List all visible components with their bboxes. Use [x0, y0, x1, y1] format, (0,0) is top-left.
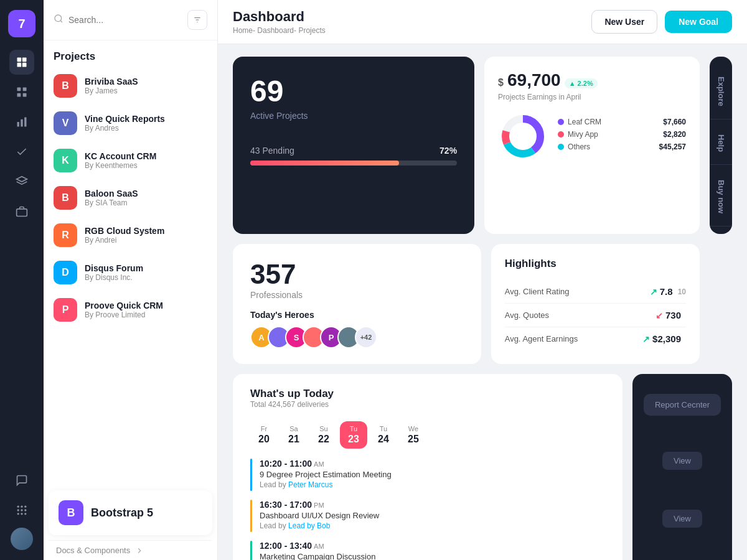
- right-tab[interactable]: Buy now: [710, 167, 732, 226]
- highlight-value: ↗ $2,309: [642, 334, 686, 344]
- event-time-2: 12:00 - 13:40AM: [260, 541, 605, 551]
- calendar-day-23[interactable]: Tu23: [340, 421, 367, 449]
- project-icon-vine: V: [54, 111, 77, 135]
- svg-point-16: [17, 509, 19, 511]
- legend-item: Mivy App $2,820: [558, 130, 686, 139]
- legend-name: Mivy App: [558, 130, 663, 139]
- heroes-title: Today's Heroes: [250, 310, 464, 320]
- project-info-disqus: Disqus Forum By Disqus Inc.: [85, 263, 143, 282]
- grid-icon[interactable]: [9, 80, 34, 105]
- event-item-2: 12:00 - 13:40AM Marketing Campaign Discu…: [250, 541, 605, 560]
- layers-icon[interactable]: [9, 169, 34, 194]
- highlights-title: Highlights: [505, 258, 686, 270]
- legend-value: $2,820: [663, 130, 686, 139]
- svg-point-19: [17, 513, 19, 515]
- dashboard-icon[interactable]: [9, 50, 34, 75]
- project-info-briviba: Briviba SaaS By James: [85, 77, 138, 95]
- user-avatar[interactable]: 7: [8, 10, 35, 37]
- events-list: 10:20 - 11:00AM 9 Degree Project Estimat…: [250, 459, 605, 560]
- calendar-day-20[interactable]: Fr20: [250, 421, 278, 449]
- event-item-1: 16:30 - 17:00PM Dashboard UI/UX Design R…: [250, 500, 605, 532]
- bootstrap-card: B Bootstrap 5: [49, 490, 212, 535]
- right-tabs-panel: ExploreHelpBuy now: [710, 57, 732, 234]
- active-projects-bottom: 43 Pending 72%: [250, 146, 457, 166]
- right-spacer: [710, 244, 732, 364]
- sidebar: Projects B Briviba SaaS By James V Vine …: [44, 0, 218, 560]
- calendar-day-22[interactable]: Su22: [310, 421, 337, 449]
- event-lead-link-1[interactable]: Lead by Bob: [288, 521, 330, 530]
- highlight-value: ↗ 7.810: [650, 286, 686, 297]
- project-item-vine[interactable]: V Vine Quick Reports By Andres: [49, 105, 212, 141]
- apps-icon[interactable]: [9, 498, 34, 523]
- calendar-day-21[interactable]: Sa21: [280, 421, 308, 449]
- today-subtitle: Total 424,567 deliveries: [250, 400, 334, 409]
- earnings-badge: ▲ 2.2%: [565, 78, 598, 88]
- event-time-1: 16:30 - 17:00PM: [260, 500, 605, 510]
- icon-bar: 7: [0, 0, 44, 560]
- chevron-right-icon: [135, 546, 144, 555]
- earnings-chart-row: Leaf CRM $7,660 Mivy App $2,820 Others $…: [498, 111, 686, 161]
- project-icon-baloon: B: [54, 186, 77, 210]
- event-line-2: [250, 541, 252, 560]
- earnings-label: Projects Earnings in April: [498, 93, 686, 101]
- event-content-1: 16:30 - 17:00PM Dashboard UI/UX Design R…: [260, 500, 605, 532]
- filter-button[interactable]: [187, 10, 207, 30]
- active-projects-number: 69: [250, 74, 457, 108]
- event-ampm-1: PM: [314, 502, 324, 509]
- docs-label: Docs & Components: [56, 546, 130, 555]
- legend-name: Leaf CRM: [558, 118, 663, 126]
- trend-up-icon: ↗: [650, 287, 657, 297]
- svg-point-13: [17, 506, 19, 508]
- project-item-kc[interactable]: K KC Account CRM By Keenthemes: [49, 142, 212, 179]
- project-by-kc: By Keenthemes: [85, 161, 156, 170]
- right-tab[interactable]: Explore: [710, 64, 732, 119]
- cal-day-name: Sa: [289, 425, 298, 432]
- new-user-button[interactable]: New User: [591, 10, 657, 34]
- check-icon[interactable]: [9, 139, 34, 164]
- earnings-number: 69,700: [507, 70, 561, 90]
- pending-text: 43 Pending: [250, 146, 294, 156]
- calendar-day-25[interactable]: We25: [400, 421, 427, 449]
- project-icon-briviba: B: [54, 74, 77, 98]
- view-button-1[interactable]: View: [662, 452, 702, 470]
- svg-point-15: [24, 506, 26, 508]
- project-item-rgb[interactable]: R RGB Cloud System By Andrei: [49, 217, 212, 253]
- event-lead-link-0[interactable]: Peter Marcus: [288, 480, 332, 489]
- report-center-button[interactable]: Report Cecnter: [644, 394, 721, 416]
- event-name-2: Marketing Campaign Discussion: [260, 552, 605, 560]
- briefcase-icon[interactable]: [9, 199, 34, 224]
- event-ampm-0: AM: [314, 460, 324, 468]
- heroes-row: Today's Heroes ASP+42: [250, 310, 464, 348]
- highlight-row: Avg. Agent Earnings ↗ $2,309: [505, 327, 686, 350]
- bootstrap-icon: B: [59, 500, 83, 525]
- dashboard-content: 69 Active Projects 43 Pending 72% $ 69,7…: [218, 44, 747, 560]
- right-tab[interactable]: Help: [710, 122, 732, 165]
- project-info-kc: KC Account CRM By Keenthemes: [85, 151, 156, 170]
- project-item-briviba[interactable]: B Briviba SaaS By James: [49, 68, 212, 104]
- highlight-sub: 10: [678, 287, 686, 296]
- legend-item: Others $45,257: [558, 142, 686, 151]
- chart-icon[interactable]: [9, 110, 34, 134]
- cal-day-num: 20: [258, 434, 270, 445]
- dollar-sign: $: [498, 77, 504, 88]
- svg-rect-2: [17, 63, 22, 67]
- today-header: What's up Today Total 424,567 deliveries: [250, 388, 605, 419]
- docs-row[interactable]: Docs & Components: [49, 540, 212, 560]
- svg-rect-1: [22, 58, 27, 62]
- user-profile-avatar[interactable]: [11, 528, 33, 550]
- progress-bar-fill: [250, 161, 399, 166]
- event-content-0: 10:20 - 11:00AM 9 Degree Project Estimat…: [260, 459, 605, 491]
- project-name-baloon: Baloon SaaS: [85, 189, 138, 198]
- cal-day-num: 21: [288, 434, 299, 445]
- project-item-disqus[interactable]: D Disqus Forum By Disqus Inc.: [49, 254, 212, 291]
- project-item-proove[interactable]: P Proove Quick CRM By Proove Limited: [49, 292, 212, 328]
- bootstrap-label: Bootstrap 5: [91, 506, 153, 520]
- new-goal-button[interactable]: New Goal: [665, 11, 732, 33]
- svg-rect-7: [23, 93, 27, 97]
- search-input[interactable]: [68, 15, 182, 25]
- message-icon[interactable]: [9, 468, 34, 493]
- project-item-baloon[interactable]: B Baloon SaaS By SIA Team: [49, 180, 212, 216]
- view-button-2[interactable]: View: [662, 510, 702, 528]
- cal-day-name: Su: [319, 425, 327, 432]
- calendar-day-24[interactable]: Tu24: [370, 421, 397, 449]
